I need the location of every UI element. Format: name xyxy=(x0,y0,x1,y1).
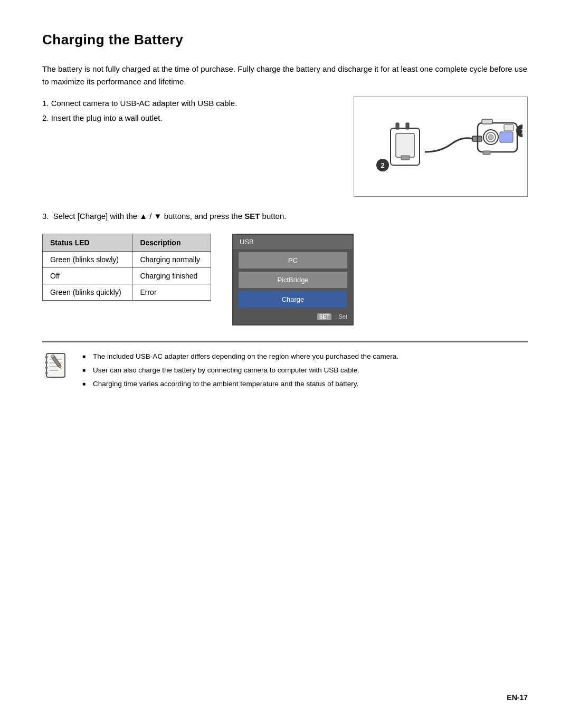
svg-rect-18 xyxy=(46,353,65,377)
svg-rect-2 xyxy=(401,156,410,160)
svg-rect-14 xyxy=(500,132,513,142)
steps-with-diagram: 1. Connect camera to USB-AC adapter with… xyxy=(42,97,528,197)
step-1: 1. Connect camera to USB-AC adapter with… xyxy=(42,97,338,110)
note-bullets-list: The included USB-AC adapter differs depe… xyxy=(82,351,398,392)
connection-diagram: 2 xyxy=(354,97,528,197)
svg-point-29 xyxy=(45,371,48,374)
step-3-text: 3. Select [Charge] with the ▲ / ▼ button… xyxy=(42,209,528,223)
svg-point-28 xyxy=(45,366,48,369)
intro-text: The battery is not fully charged at the … xyxy=(42,63,528,88)
table-row: Off Charging finished xyxy=(43,267,211,284)
table-row: Green (blinks slowly) Charging normally xyxy=(43,251,211,267)
note-item-2: User can also charge the battery by conn… xyxy=(82,365,398,376)
set-bold: SET xyxy=(244,212,260,221)
content-area: Status LED Description Green (blinks slo… xyxy=(42,234,528,325)
desc-2: Charging finished xyxy=(132,267,211,284)
svg-rect-1 xyxy=(396,133,414,157)
usb-option-charge: Charge xyxy=(239,291,347,308)
svg-rect-12 xyxy=(482,119,492,124)
status-1: Green (blinks slowly) xyxy=(43,251,132,267)
table-header-status: Status LED xyxy=(43,234,132,251)
note-section: The included USB-AC adapter differs depe… xyxy=(42,341,528,392)
svg-point-11 xyxy=(488,135,493,140)
step-2: 2. Insert the plug into a wall outlet. xyxy=(42,111,338,125)
initial-steps-list: 1. Connect camera to USB-AC adapter with… xyxy=(42,97,338,124)
usb-option-pc: PC xyxy=(239,252,347,269)
set-badge: SET xyxy=(317,313,331,320)
svg-rect-4 xyxy=(406,123,409,129)
svg-rect-15 xyxy=(483,151,490,155)
usb-panel-title: USB xyxy=(233,235,353,249)
status-2: Off xyxy=(43,267,132,284)
usb-cable xyxy=(425,136,482,152)
page-title: Charging the Battery xyxy=(42,32,528,48)
svg-text:2: 2 xyxy=(381,161,384,169)
svg-rect-13 xyxy=(504,124,514,131)
table-row: Green (blinks quickly) Error xyxy=(43,284,211,300)
desc-3: Error xyxy=(132,284,211,300)
usb-option-pictbridge: PictBridge xyxy=(239,272,347,288)
status-led-table: Status LED Description Green (blinks slo… xyxy=(42,234,211,301)
page-number: EN-17 xyxy=(507,693,528,702)
table-header-description: Description xyxy=(132,234,211,251)
note-icon xyxy=(42,351,74,382)
usb-panel-footer: SET : Set xyxy=(233,311,353,324)
usb-menu-panel: USB PC PictBridge Charge SET : Set xyxy=(232,234,354,325)
diagram-svg: 2 xyxy=(359,102,522,191)
note-item-1: The included USB-AC adapter differs depe… xyxy=(82,351,398,362)
steps-1-2: 1. Connect camera to USB-AC adapter with… xyxy=(42,97,338,126)
note-item-3: Charging time varies according to the am… xyxy=(82,378,398,390)
footer-set-text: : Set xyxy=(335,313,347,320)
svg-rect-3 xyxy=(396,123,399,129)
svg-point-27 xyxy=(45,361,48,363)
status-3: Green (blinks quickly) xyxy=(43,284,132,300)
svg-point-26 xyxy=(45,356,48,358)
svg-text:1: 1 xyxy=(520,127,522,135)
desc-1: Charging normally xyxy=(132,251,211,267)
